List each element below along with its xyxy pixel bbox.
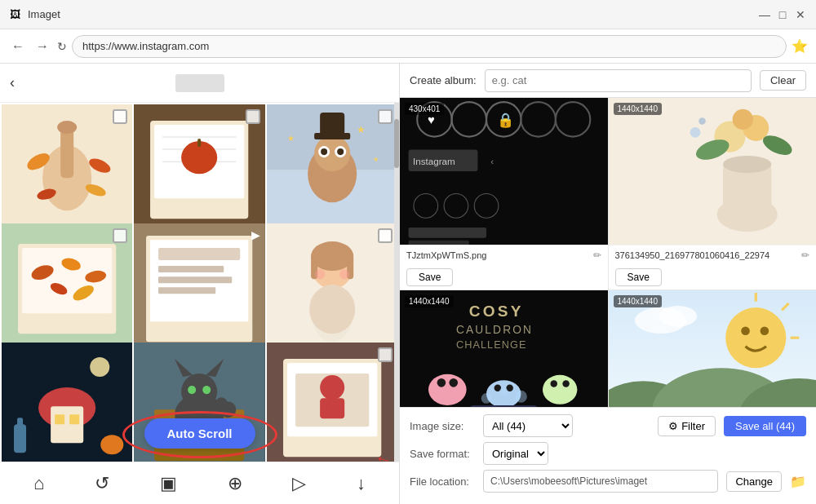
svg-point-70: [188, 386, 196, 394]
svg-point-67: [181, 374, 217, 409]
grid-checkbox[interactable]: [378, 347, 392, 362]
grid-checkbox[interactable]: [113, 228, 127, 243]
image-size-label: Image size:: [410, 420, 475, 432]
grid-item[interactable]: [267, 343, 397, 462]
svg-rect-26: [320, 113, 344, 135]
reload-button[interactable]: ↻: [57, 40, 67, 53]
svg-text:🔒: 🔒: [497, 112, 515, 129]
nav-video-button[interactable]: ▣: [153, 470, 184, 497]
svg-point-123: [499, 387, 508, 396]
filename-label: 376134950_216977801060416_22974: [615, 250, 799, 260]
close-button[interactable]: ✕: [795, 9, 806, 20]
svg-rect-44: [158, 287, 215, 294]
svg-point-53: [339, 269, 349, 279]
svg-rect-79: [320, 398, 344, 418]
maximize-button[interactable]: □: [777, 9, 788, 20]
svg-text:COSY: COSY: [469, 303, 524, 320]
save-all-button[interactable]: Save all (44): [724, 416, 806, 436]
svg-text:Instagram: Instagram: [413, 156, 455, 166]
grid-item[interactable]: ★ ★ ★: [267, 104, 397, 235]
edit-icon[interactable]: ✏: [593, 250, 601, 261]
svg-point-55: [90, 357, 109, 377]
filter-icon: ⚙: [668, 420, 678, 432]
scroll-indicator: [394, 103, 399, 462]
svg-text:♥: ♥: [428, 113, 435, 126]
album-bar: Create album: Clear: [400, 64, 816, 98]
grid-item[interactable]: ▶: [134, 223, 264, 354]
svg-point-102: [732, 109, 752, 130]
image-size-badge: 1440x1440: [614, 295, 663, 307]
main-container: ‹: [0, 64, 816, 504]
svg-rect-2: [60, 129, 73, 178]
grid-checkbox[interactable]: [113, 109, 127, 124]
rp-item: 1440x1440 376134950_216977801060416_2297…: [609, 98, 817, 290]
svg-text:‹: ‹: [490, 156, 494, 166]
rp-image-area[interactable]: 1440x1440: [609, 290, 817, 407]
back-button[interactable]: ←: [8, 38, 28, 55]
url-input[interactable]: [72, 35, 787, 58]
nav-refresh-button[interactable]: ↺: [88, 470, 116, 497]
grid-checkbox[interactable]: [378, 228, 392, 243]
grid-item[interactable]: [134, 104, 264, 235]
album-input[interactable]: [485, 69, 752, 92]
svg-rect-57: [51, 406, 83, 443]
play-icon: ▶: [251, 228, 260, 241]
clear-button[interactable]: Clear: [760, 70, 806, 91]
svg-point-23: [321, 148, 327, 155]
svg-rect-42: [158, 266, 224, 272]
grid-item[interactable]: [2, 223, 132, 354]
scroll-thumb[interactable]: [394, 119, 399, 168]
svg-text:★: ★: [357, 124, 366, 135]
image-size-badge: 1440x1440: [614, 103, 663, 115]
title-bar: 🖼 Imaget — □ ✕: [0, 0, 816, 29]
save-button[interactable]: Save: [406, 268, 453, 286]
folder-button[interactable]: 📁: [790, 474, 806, 489]
filter-label: Filter: [681, 420, 705, 432]
nav-scroll-down-button[interactable]: ↓: [350, 470, 372, 497]
svg-text:CAULDRON: CAULDRON: [456, 324, 533, 336]
grid-checkbox[interactable]: [246, 109, 260, 124]
svg-rect-43: [158, 276, 232, 283]
svg-rect-94: [409, 228, 486, 238]
rp-image-area[interactable]: ♥ 🔒 Instagram ‹: [400, 98, 608, 245]
grid-item[interactable]: [2, 343, 132, 462]
svg-rect-96: [609, 98, 817, 245]
grid-checkbox[interactable]: [378, 109, 392, 124]
svg-rect-121: [469, 405, 539, 407]
rp-item: ♥ 🔒 Instagram ‹: [400, 98, 608, 290]
minimize-button[interactable]: —: [759, 9, 770, 20]
save-button[interactable]: Save: [615, 268, 662, 286]
file-location-label: File location:: [410, 475, 475, 488]
file-location-input[interactable]: [483, 470, 718, 493]
auto-scroll-button[interactable]: Auto Scroll: [144, 418, 255, 449]
save-format-label: Save format:: [410, 448, 475, 460]
svg-rect-61: [17, 418, 23, 427]
image-size-select[interactable]: All (44): [483, 414, 573, 437]
svg-point-62: [100, 435, 123, 454]
rp-image-area[interactable]: 1440x1440: [609, 98, 817, 245]
filter-button[interactable]: ⚙ Filter: [658, 416, 716, 436]
svg-point-51: [309, 285, 355, 334]
svg-text:★: ★: [373, 156, 379, 163]
nav-add-button[interactable]: ⊕: [221, 470, 249, 497]
svg-point-131: [760, 326, 769, 335]
svg-point-118: [551, 380, 557, 387]
grid-item[interactable]: [267, 223, 397, 354]
save-format-select[interactable]: Original: [483, 442, 548, 465]
forward-button[interactable]: →: [33, 38, 52, 55]
rp-info: 376134950_216977801060416_22974 ✏: [609, 245, 817, 265]
file-location-row: File location: Change 📁: [410, 470, 806, 493]
rp-image-area[interactable]: COSY CAULDRON CHALLENGE: [400, 290, 608, 407]
grid-item[interactable]: [2, 104, 132, 235]
nav-home-button[interactable]: ⌂: [27, 470, 51, 497]
svg-point-73: [216, 397, 228, 409]
right-panel: Create album: Clear ♥: [400, 64, 816, 504]
svg-point-52: [315, 269, 325, 279]
edit-icon[interactable]: ✏: [801, 250, 809, 261]
ig-back-button[interactable]: ‹: [10, 74, 15, 91]
change-button[interactable]: Change: [726, 471, 782, 492]
nav-send-button[interactable]: ▷: [286, 470, 313, 497]
svg-text:★: ★: [287, 134, 295, 143]
rp-item: COSY CAULDRON CHALLENGE: [400, 290, 608, 407]
bookmark-button[interactable]: ⭐: [792, 38, 808, 54]
